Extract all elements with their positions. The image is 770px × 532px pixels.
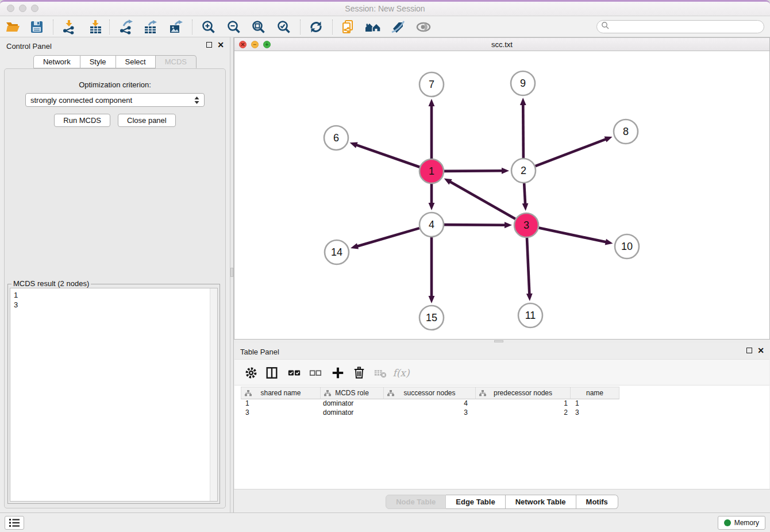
close-panel-icon[interactable]: ✕ (217, 41, 224, 48)
graph-edge[interactable] (536, 139, 607, 166)
clone-network-icon[interactable] (340, 19, 356, 35)
table-panel-title: Table Panel (240, 348, 279, 356)
graph-node-6[interactable]: 6 (324, 126, 348, 150)
add-column-icon[interactable] (330, 365, 345, 380)
criterion-dropdown[interactable]: strongly connected component (25, 93, 205, 107)
float-panel-icon[interactable] (206, 42, 212, 48)
zoom-selected-icon[interactable] (276, 19, 292, 35)
search-field[interactable] (596, 20, 764, 33)
close-table-panel-icon[interactable]: ✕ (757, 347, 764, 354)
tab-select[interactable]: Select (116, 55, 156, 68)
function-builder-icon[interactable]: f(x) (394, 365, 409, 380)
graph-node-10[interactable]: 10 (615, 234, 639, 259)
graph-edge[interactable] (444, 171, 503, 171)
import-table-icon[interactable] (87, 19, 103, 35)
graph-node-11[interactable]: 11 (518, 303, 542, 327)
graph-edge[interactable] (527, 238, 529, 295)
table-cell: 3 (571, 408, 619, 418)
tab-motifs[interactable]: Motifs (576, 495, 618, 509)
delete-table-icon[interactable] (373, 365, 388, 380)
column-header-name[interactable]: name (571, 387, 619, 399)
graph-edge[interactable] (356, 145, 419, 167)
network-canvas[interactable]: 7968124314101511 (234, 51, 769, 339)
graph-edge-arrowhead (522, 203, 529, 211)
network-graph[interactable]: 7968124314101511 (234, 51, 769, 339)
hide-labels-icon[interactable] (390, 19, 406, 35)
column-header-successor-nodes[interactable]: successor nodes (384, 387, 476, 399)
result-scrollbar[interactable] (210, 288, 217, 501)
run-mcds-button[interactable]: Run MCDS (54, 114, 110, 127)
search-icon (601, 21, 610, 32)
graph-edge[interactable] (539, 228, 607, 242)
task-history-button[interactable] (5, 516, 24, 530)
show-hide-graphics-eye-icon[interactable] (415, 19, 432, 35)
control-panel-tabs: Network Style Select MCDS (0, 55, 230, 68)
mcds-result-values: 13 (10, 288, 209, 501)
show-columns-icon[interactable] (264, 365, 279, 380)
column-type-icon (479, 390, 486, 398)
node-table: shared name MCDS role successor nodes pr… (234, 385, 769, 489)
delete-column-trash-icon[interactable] (352, 365, 367, 380)
table-settings-gear-icon[interactable] (244, 365, 259, 380)
import-network-icon[interactable] (61, 19, 77, 35)
export-image-icon[interactable] (168, 19, 184, 35)
table-panel: Table Panel ✕ f(x) (234, 343, 770, 514)
horizontal-splitter-handle[interactable] (494, 340, 503, 342)
graph-node-7[interactable]: 7 (419, 72, 444, 97)
tab-node-table[interactable]: Node Table (386, 495, 446, 509)
home-icon[interactable] (365, 19, 381, 35)
graph-node-9[interactable]: 9 (511, 71, 535, 95)
column-type-icon (387, 390, 394, 398)
float-table-panel-icon[interactable] (746, 348, 752, 353)
export-network-icon[interactable] (118, 19, 134, 35)
deselect-all-columns-icon[interactable] (308, 365, 323, 380)
export-table-icon[interactable] (143, 19, 159, 35)
toolbar-separator (53, 20, 53, 34)
zoom-out-icon[interactable] (226, 19, 242, 35)
graph-edge-arrowhead (351, 243, 359, 249)
tab-network[interactable]: Network (33, 55, 80, 68)
criterion-value: strongly connected component (30, 96, 194, 105)
zoom-fit-icon[interactable] (251, 19, 267, 35)
open-session-icon[interactable] (5, 19, 21, 35)
graph-edge[interactable] (449, 182, 515, 219)
graph-edge-arrowhead (429, 203, 435, 210)
table-tabs: Node Table Edge Table Network Table Moti… (234, 489, 770, 514)
graph-node-4[interactable]: 4 (419, 213, 444, 237)
column-header-mcds-role[interactable]: MCDS role (321, 387, 384, 399)
graph-edge-arrowhead (429, 99, 435, 106)
save-session-icon[interactable] (29, 19, 45, 35)
table-cell: 3 (241, 408, 321, 418)
graph-node-2[interactable]: 2 (511, 159, 536, 183)
column-header-predecessor-nodes[interactable]: predecessor nodes (476, 387, 571, 399)
close-panel-button[interactable]: Close panel (118, 114, 176, 127)
vertical-splitter-handle[interactable] (230, 268, 233, 277)
column-header-shared-name[interactable]: shared name (241, 387, 321, 399)
graph-node-14[interactable]: 14 (325, 240, 349, 264)
graph-edge[interactable] (524, 183, 525, 205)
tab-mcds[interactable]: MCDS (156, 55, 197, 68)
graph-edge[interactable] (444, 225, 506, 225)
tab-network-table[interactable]: Network Table (506, 495, 576, 509)
graph-edge[interactable] (357, 228, 419, 246)
graph-node-3[interactable]: 3 (514, 213, 538, 237)
svg-text:4: 4 (429, 219, 434, 230)
graph-node-1[interactable]: 1 (419, 159, 444, 183)
graph-node-15[interactable]: 15 (419, 306, 444, 330)
graph-edge[interactable] (523, 104, 523, 158)
control-panel-header: Control Panel ✕ (0, 37, 230, 53)
table-row[interactable]: 1dominator411 (241, 399, 769, 408)
mcds-result-textarea[interactable]: 13 (10, 288, 218, 502)
refresh-layout-icon[interactable] (308, 19, 324, 35)
graph-node-8[interactable]: 8 (614, 119, 638, 144)
graph-edge-arrowhead (350, 142, 358, 148)
memory-button[interactable]: Memory (718, 516, 765, 530)
tab-edge-table[interactable]: Edge Table (446, 495, 505, 509)
select-all-columns-icon[interactable] (287, 365, 302, 380)
tab-style[interactable]: Style (80, 55, 116, 68)
zoom-in-icon[interactable] (201, 19, 217, 35)
search-input[interactable] (610, 21, 764, 33)
table-row[interactable]: 3dominator323 (241, 408, 769, 418)
vertical-splitter[interactable] (230, 37, 234, 514)
main-toolbar (0, 17, 770, 37)
